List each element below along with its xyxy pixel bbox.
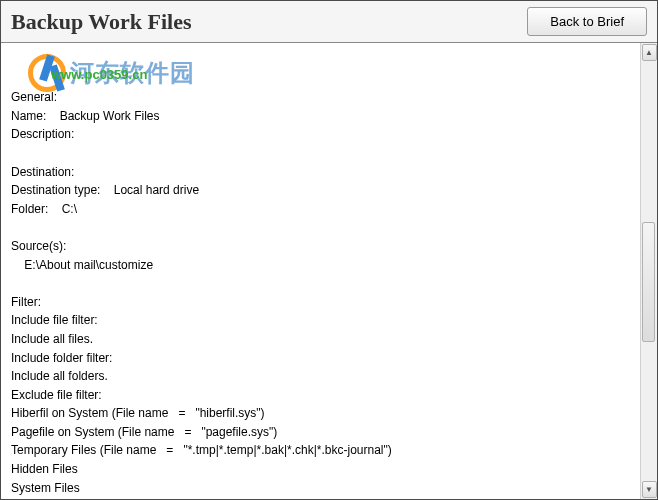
scrollbar-track[interactable] bbox=[641, 62, 657, 480]
description-label: Description: bbox=[11, 125, 74, 144]
filter-heading: Filter: bbox=[11, 293, 41, 312]
folder-label: Folder: bbox=[11, 200, 48, 219]
body-wrap: 河东软件园 www.pc0359.cn General: Name: Backu… bbox=[1, 43, 657, 499]
window-header: Backup Work Files Back to Brief bbox=[1, 1, 657, 43]
exclude-folder-filter-label: Exclude folder filter: bbox=[11, 497, 116, 499]
exclude-rule: Pagefile on System (File name = "pagefil… bbox=[11, 425, 277, 439]
include-file-filter-label: Include file filter: bbox=[11, 311, 98, 330]
include-file-filter-value: Include all files. bbox=[11, 332, 93, 346]
include-folder-filter-value: Include all folders. bbox=[11, 369, 108, 383]
source-path: E:\About mail\customize bbox=[24, 258, 153, 272]
exclude-rule: Hiberfil on System (File name = "hiberfi… bbox=[11, 406, 265, 420]
destination-heading: Destination: bbox=[11, 163, 74, 182]
page-title: Backup Work Files bbox=[11, 9, 192, 35]
watermark-url: www.pc0359.cn bbox=[51, 65, 147, 85]
exclude-rule: Hidden Files bbox=[11, 462, 78, 476]
exclude-rule: Temporary Files (File name = "*.tmp|*.te… bbox=[11, 443, 392, 457]
general-heading: General: bbox=[11, 88, 57, 107]
scroll-up-button[interactable]: ▲ bbox=[642, 44, 657, 61]
destination-type-value: Local hard drive bbox=[114, 183, 199, 197]
watermark-brand-text: 河东软件园 bbox=[70, 54, 195, 91]
include-folder-filter-label: Include folder filter: bbox=[11, 349, 112, 368]
report-content: 河东软件园 www.pc0359.cn General: Name: Backu… bbox=[1, 43, 640, 499]
exclude-rule: System Files bbox=[11, 481, 80, 495]
folder-value: C:\ bbox=[62, 202, 77, 216]
watermark-logo-icon: 河东软件园 bbox=[28, 54, 195, 92]
backup-summary-window: Backup Work Files Back to Brief 河东软件园 ww… bbox=[0, 0, 658, 500]
name-value: Backup Work Files bbox=[60, 109, 160, 123]
vertical-scrollbar[interactable]: ▲ ▼ bbox=[640, 43, 657, 499]
destination-type-label: Destination type: bbox=[11, 181, 100, 200]
name-label: Name: bbox=[11, 107, 46, 126]
source-heading: Source(s): bbox=[11, 237, 66, 256]
back-to-brief-button[interactable]: Back to Brief bbox=[527, 7, 647, 36]
exclude-file-filter-label: Exclude file filter: bbox=[11, 386, 102, 405]
scrollbar-thumb[interactable] bbox=[642, 222, 655, 342]
scroll-down-button[interactable]: ▼ bbox=[642, 481, 657, 498]
